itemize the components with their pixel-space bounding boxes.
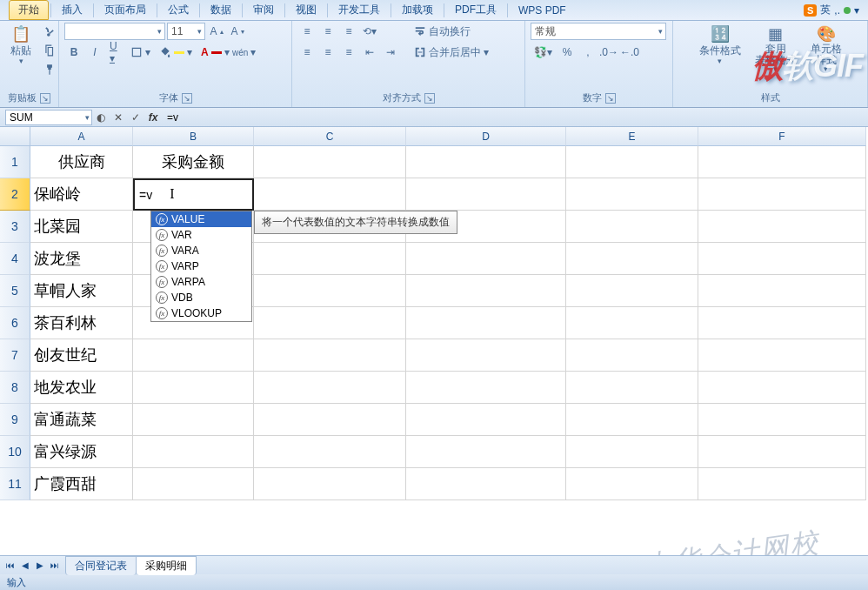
cell-C5[interactable]: [254, 275, 406, 307]
cell-E5[interactable]: [566, 275, 698, 307]
table-format-button[interactable]: ▦套用 表格格式▾: [750, 23, 802, 75]
copy-button[interactable]: [40, 42, 59, 59]
cell-C11[interactable]: [254, 468, 406, 500]
column-header-E[interactable]: E: [566, 127, 698, 146]
font-color-button[interactable]: A▾: [197, 44, 233, 61]
cell-F2[interactable]: [698, 178, 866, 211]
paste-button[interactable]: 📋 粘贴 ▾: [5, 23, 37, 67]
cell-D4[interactable]: [406, 243, 566, 275]
menu-tab-WPS PDF[interactable]: WPS PDF: [510, 3, 575, 18]
cell-E9[interactable]: [566, 404, 698, 436]
cell-A8[interactable]: 地发农业: [30, 372, 133, 404]
cell-A7[interactable]: 创友世纪: [30, 339, 133, 372]
row-header[interactable]: 11: [0, 468, 30, 500]
fill-color-button[interactable]: ▾: [156, 44, 196, 61]
menu-tab-开始[interactable]: 开始: [9, 0, 49, 20]
autocomplete-item-VDB[interactable]: fxVDB: [151, 290, 251, 305]
cell-C2[interactable]: [254, 178, 406, 211]
percent-button[interactable]: %: [558, 44, 577, 61]
cell-F4[interactable]: [698, 243, 866, 275]
row-header[interactable]: 2: [0, 178, 30, 211]
row-header[interactable]: 7: [0, 339, 30, 372]
menu-tab-PDF工具[interactable]: PDF工具: [446, 1, 505, 19]
cell-D9[interactable]: [406, 404, 566, 436]
menu-tab-加载项[interactable]: 加载项: [393, 1, 442, 19]
conditional-format-button[interactable]: 🔢条件格式▾: [694, 23, 746, 67]
cell-B8[interactable]: [133, 372, 254, 404]
comma-button[interactable]: ,: [578, 44, 598, 61]
name-box[interactable]: SUM▾: [5, 110, 92, 125]
row-header[interactable]: 3: [0, 211, 30, 243]
format-painter-button[interactable]: [40, 61, 59, 78]
cell-A4[interactable]: 波龙堡: [30, 243, 133, 275]
row-header[interactable]: 10: [0, 436, 30, 468]
cell-E11[interactable]: [566, 468, 698, 500]
column-header-B[interactable]: B: [133, 127, 254, 146]
cell-C10[interactable]: [254, 436, 406, 468]
menu-tab-页面布局[interactable]: 页面布局: [96, 1, 155, 19]
font-name-combo[interactable]: ▾: [64, 23, 165, 40]
underline-button[interactable]: U ▾: [106, 44, 125, 61]
cell-B11[interactable]: [133, 468, 254, 500]
font-size-combo[interactable]: 11▾: [167, 23, 205, 40]
increase-indent-button[interactable]: ⇥: [381, 44, 400, 61]
autocomplete-item-VARPA[interactable]: fxVARPA: [151, 274, 251, 290]
cell-C4[interactable]: [254, 243, 406, 275]
cell-D11[interactable]: [406, 468, 566, 500]
cell-E10[interactable]: [566, 436, 698, 468]
cell-E6[interactable]: [566, 307, 698, 339]
autocomplete-item-VAR[interactable]: fxVAR: [151, 227, 251, 243]
row-header[interactable]: 8: [0, 372, 30, 404]
cell-F6[interactable]: [698, 307, 866, 339]
dialog-launcher-icon[interactable]: ↘: [605, 93, 616, 104]
phonetic-button[interactable]: wén▾: [235, 44, 254, 61]
cell-E4[interactable]: [566, 243, 698, 275]
menu-tab-插入[interactable]: 插入: [53, 1, 91, 19]
cell-C6[interactable]: [254, 307, 406, 339]
cell-A11[interactable]: 广霞西甜: [30, 468, 133, 500]
select-all-corner[interactable]: [0, 127, 30, 146]
cell-F9[interactable]: [698, 404, 866, 436]
cell-F5[interactable]: [698, 275, 866, 307]
menu-tab-数据[interactable]: 数据: [202, 1, 240, 19]
orientation-button[interactable]: ⟲▾: [360, 23, 379, 40]
cell-A1[interactable]: 供应商: [30, 146, 133, 178]
align-middle-button[interactable]: ≡: [318, 23, 337, 40]
increase-decimal-button[interactable]: .0→: [599, 44, 618, 61]
wrap-text-button[interactable]: 自动换行: [411, 23, 492, 40]
cell-D1[interactable]: [406, 146, 566, 178]
cell-C1[interactable]: [254, 146, 406, 178]
accounting-format-button[interactable]: 💱▾: [531, 44, 556, 61]
formula-input[interactable]: =v: [162, 111, 868, 124]
border-button[interactable]: ▾: [127, 44, 154, 61]
sheet-nav-first-button[interactable]: ⏮: [3, 560, 17, 570]
cell-B9[interactable]: [133, 404, 254, 436]
sheet-tab-合同登记表[interactable]: 合同登记表: [65, 556, 137, 575]
cell-A3[interactable]: 北菜园: [30, 211, 133, 243]
cell-A10[interactable]: 富兴绿源: [30, 436, 133, 468]
sheet-nav-prev-button[interactable]: ◀: [18, 560, 32, 570]
row-header[interactable]: 5: [0, 275, 30, 307]
row-header[interactable]: 1: [0, 146, 30, 178]
sheet-nav-next-button[interactable]: ▶: [33, 560, 47, 570]
expand-namebox-icon[interactable]: ◐: [92, 111, 110, 124]
cell-A6[interactable]: 茶百利林: [30, 307, 133, 339]
cell-D5[interactable]: [406, 275, 566, 307]
autocomplete-item-VALUE[interactable]: fxVALUE: [151, 211, 251, 227]
cut-button[interactable]: [40, 23, 59, 40]
ime-indicator[interactable]: S 英 ,. ▾: [804, 3, 868, 17]
column-header-A[interactable]: A: [30, 127, 133, 146]
shrink-font-button[interactable]: A▾: [228, 23, 247, 40]
cell-D10[interactable]: [406, 436, 566, 468]
dialog-launcher-icon[interactable]: ↘: [182, 93, 192, 104]
row-header[interactable]: 9: [0, 404, 30, 436]
cell-F7[interactable]: [698, 339, 866, 372]
grow-font-button[interactable]: A▴: [207, 23, 226, 40]
decrease-indent-button[interactable]: ⇤: [360, 44, 379, 61]
italic-button[interactable]: I: [85, 44, 104, 61]
autocomplete-item-VARA[interactable]: fxVARA: [151, 243, 251, 258]
cell-D2[interactable]: [406, 178, 566, 211]
cell-B10[interactable]: [133, 436, 254, 468]
autocomplete-item-VARP[interactable]: fxVARP: [151, 258, 251, 274]
autocomplete-item-VLOOKUP[interactable]: fxVLOOKUP: [151, 305, 251, 321]
